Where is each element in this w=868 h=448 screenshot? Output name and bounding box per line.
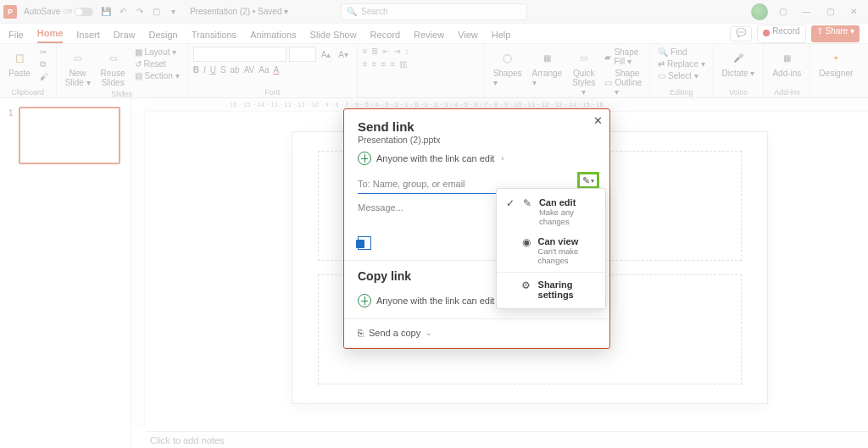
comments-button[interactable]: 💬 (730, 26, 752, 41)
change-case-button[interactable]: Aa (259, 65, 269, 75)
record-button[interactable]: Record (757, 25, 805, 43)
align-left-button[interactable]: ≡ (363, 59, 368, 69)
option-sharing-settings[interactable]: ⚙ Sharing settings (497, 274, 605, 305)
reset-button[interactable]: ↺Reset (132, 58, 182, 69)
strikethrough-button[interactable]: S (220, 65, 226, 75)
char-spacing-button[interactable]: AV (244, 65, 255, 75)
bullets-button[interactable]: ≡ (363, 47, 368, 56)
tab-record[interactable]: Record (370, 30, 400, 43)
font-family-select[interactable] (193, 47, 287, 62)
shapes-button[interactable]: ◯Shapes ▾ (490, 47, 526, 89)
copy-link-permission-text: Anyone with the link can edit (376, 296, 494, 306)
option-can-view[interactable]: ◉ Can view Can't make changes (497, 231, 605, 270)
numbering-button[interactable]: ≣ (371, 47, 378, 56)
qat-more-icon[interactable]: ▾ (168, 6, 180, 18)
find-button[interactable]: 🔍Find (655, 47, 707, 58)
dictate-button[interactable]: 🎤 Dictate ▾ (719, 47, 759, 80)
slide-thumbnail-1[interactable]: 1 (19, 107, 120, 164)
increase-font-icon[interactable]: A▴ (319, 47, 334, 62)
undo-icon[interactable]: ↶ (117, 6, 129, 18)
bold-button[interactable]: B (193, 65, 199, 75)
quick-styles-button[interactable]: ▭Quick Styles ▾ (569, 47, 598, 98)
toggle-icon[interactable] (75, 8, 93, 16)
shape-fill-button[interactable]: ▰Shape Fill ▾ (602, 47, 644, 67)
slideshow-start-icon[interactable]: ▢ (151, 6, 163, 18)
sharing-settings-label: Sharing settings (538, 279, 597, 300)
select-button[interactable]: ▭Select ▾ (655, 70, 707, 81)
option-can-edit[interactable]: ✓ ✎ Can edit Make any changes (497, 192, 605, 231)
shape-outline-button[interactable]: ▭Shape Outline ▾ (602, 68, 644, 97)
notes-pane[interactable]: Click to add notes (145, 431, 868, 448)
decrease-font-icon[interactable]: A▾ (336, 47, 351, 62)
cut-button[interactable]: ✂ (37, 47, 51, 58)
align-right-button[interactable]: ≡ (381, 59, 386, 69)
maximize-icon[interactable]: ▢ (824, 6, 836, 18)
title-bar: P AutoSave Off 💾 ↶ ↷ ▢ ▾ Presentation (2… (0, 0, 868, 24)
tab-design[interactable]: Design (148, 30, 177, 43)
reuse-slides-button[interactable]: ▭ Reuse Slides (97, 47, 129, 89)
section-button[interactable]: ▤Section ▾ (132, 70, 182, 81)
dialog-close-button[interactable]: ✕ (593, 114, 603, 127)
paste-button[interactable]: 📋 Paste (5, 47, 34, 80)
can-edit-sublabel: Make any changes (539, 207, 597, 226)
document-title[interactable]: Presentation (2) • Saved ▾ (190, 7, 288, 16)
tab-insert[interactable]: Insert (76, 30, 100, 43)
autosave-toggle[interactable]: AutoSave Off (24, 7, 93, 16)
shadow-button[interactable]: ab (231, 65, 240, 75)
indent-dec-button[interactable]: ⇤ (382, 47, 389, 56)
underline-button[interactable]: U (210, 65, 216, 75)
replace-button[interactable]: ⇄Replace ▾ (655, 58, 707, 69)
tab-help[interactable]: Help (492, 30, 511, 43)
minimize-icon[interactable]: — (800, 6, 812, 18)
copy-link-permission-row[interactable]: Anyone with the link can edit › (358, 294, 504, 307)
share-button[interactable]: ⇧ Share ▾ (811, 25, 860, 42)
powerpoint-logo-icon: P (3, 5, 17, 19)
tab-animations[interactable]: Animations (250, 30, 296, 43)
quick-styles-icon: ▭ (575, 48, 593, 67)
tab-slideshow[interactable]: Slide Show (310, 30, 357, 43)
record-dot-icon (763, 30, 770, 36)
new-slide-button[interactable]: ▭ New Slide ▾ (62, 47, 94, 89)
pencil-icon: ✎ (522, 197, 532, 209)
indent-inc-button[interactable]: ⇥ (393, 47, 400, 56)
font-color-button[interactable]: A (274, 65, 280, 75)
tab-home[interactable]: Home (37, 28, 64, 43)
pencil-icon: ✎ (582, 175, 590, 186)
user-avatar[interactable] (751, 3, 768, 20)
columns-button[interactable]: ▥ (399, 59, 407, 69)
tab-file[interactable]: File (8, 30, 24, 43)
permission-popover: ✓ ✎ Can edit Make any changes ◉ Can view… (496, 188, 606, 309)
tab-view[interactable]: View (458, 30, 478, 43)
designer-button[interactable]: ✦ Designer (815, 47, 856, 80)
save-icon[interactable]: 💾 (100, 6, 112, 18)
autosave-off-text: Off (63, 8, 72, 15)
tab-transitions[interactable]: Transitions (192, 30, 236, 43)
layout-button[interactable]: ▦Layout ▾ (132, 47, 182, 58)
outlook-icon[interactable] (358, 236, 371, 250)
notes-placeholder: Click to add notes (150, 435, 224, 445)
format-painter-button[interactable]: 🖌 (37, 71, 51, 82)
copy-button[interactable]: ⧉ (37, 58, 51, 70)
redo-icon[interactable]: ↷ (134, 6, 146, 18)
justify-button[interactable]: ≡ (390, 59, 395, 69)
addins-button[interactable]: ▦ Add-ins (769, 47, 804, 80)
link-permission-text: Anyone with the link can edit (376, 153, 494, 163)
tab-review[interactable]: Review (414, 30, 444, 43)
close-icon[interactable]: ✕ (848, 6, 860, 18)
font-size-select[interactable] (289, 47, 316, 62)
arrange-button[interactable]: ▦Arrange ▾ (529, 47, 566, 89)
ribbon-options-icon[interactable]: ▢ (776, 6, 788, 18)
slide-thumbnail-pane[interactable]: 1 (0, 98, 131, 448)
attachment-icon: ⎘ (358, 328, 364, 338)
align-center-button[interactable]: ≡ (371, 59, 376, 69)
search-box[interactable]: 🔍 Search (341, 3, 527, 20)
line-spacing-button[interactable]: ↕ (404, 47, 409, 56)
new-slide-icon: ▭ (69, 48, 87, 67)
permission-dropdown-button[interactable]: ✎ ▾ (577, 172, 599, 189)
font-group-label: Font (193, 87, 352, 97)
ribbon-group-voice: 🎤 Dictate ▾ Voice (714, 44, 765, 97)
send-a-copy-row[interactable]: ⎘ Send a copy ⌄ (344, 319, 609, 348)
tab-draw[interactable]: Draw (114, 30, 136, 43)
link-permission-row[interactable]: Anyone with the link can edit › (358, 152, 596, 165)
italic-button[interactable]: I (203, 65, 206, 75)
